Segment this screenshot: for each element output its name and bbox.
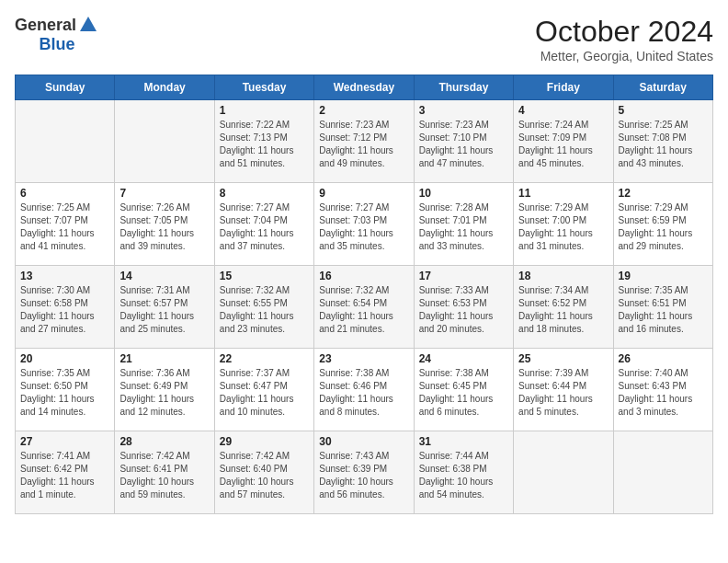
day-number: 28 bbox=[119, 435, 209, 448]
day-info: Sunrise: 7:35 AM Sunset: 6:50 PM Dayligh… bbox=[20, 367, 109, 419]
calendar-cell bbox=[115, 100, 214, 183]
day-number: 27 bbox=[20, 435, 109, 448]
day-number: 10 bbox=[419, 187, 508, 200]
calendar-week-1: 6Sunrise: 7:25 AM Sunset: 7:07 PM Daylig… bbox=[16, 183, 713, 266]
calendar-cell: 14Sunrise: 7:31 AM Sunset: 6:57 PM Dayli… bbox=[115, 266, 214, 349]
day-info: Sunrise: 7:38 AM Sunset: 6:45 PM Dayligh… bbox=[419, 367, 508, 419]
day-info: Sunrise: 7:32 AM Sunset: 6:54 PM Dayligh… bbox=[319, 284, 408, 336]
calendar-cell: 6Sunrise: 7:25 AM Sunset: 7:07 PM Daylig… bbox=[16, 183, 115, 266]
title-area: October 2024 Metter, Georgia, United Sta… bbox=[535, 15, 713, 63]
calendar-cell: 4Sunrise: 7:24 AM Sunset: 7:09 PM Daylig… bbox=[514, 100, 613, 183]
day-header-wednesday: Wednesday bbox=[314, 75, 414, 100]
day-info: Sunrise: 7:27 AM Sunset: 7:04 PM Dayligh… bbox=[220, 201, 309, 253]
day-number: 30 bbox=[319, 435, 408, 448]
logo-blue: Blue bbox=[40, 35, 75, 53]
calendar-cell: 20Sunrise: 7:35 AM Sunset: 6:50 PM Dayli… bbox=[16, 349, 115, 431]
calendar-week-2: 13Sunrise: 7:30 AM Sunset: 6:58 PM Dayli… bbox=[16, 266, 713, 349]
day-info: Sunrise: 7:23 AM Sunset: 7:12 PM Dayligh… bbox=[319, 119, 408, 170]
day-info: Sunrise: 7:25 AM Sunset: 7:08 PM Dayligh… bbox=[619, 119, 708, 170]
day-header-monday: Monday bbox=[115, 75, 214, 100]
calendar-cell bbox=[16, 100, 115, 183]
day-info: Sunrise: 7:29 AM Sunset: 7:00 PM Dayligh… bbox=[518, 201, 608, 253]
calendar-cell: 28Sunrise: 7:42 AM Sunset: 6:41 PM Dayli… bbox=[115, 431, 214, 514]
calendar-cell: 30Sunrise: 7:43 AM Sunset: 6:39 PM Dayli… bbox=[314, 431, 414, 514]
calendar-week-4: 27Sunrise: 7:41 AM Sunset: 6:42 PM Dayli… bbox=[16, 431, 713, 514]
day-number: 26 bbox=[619, 352, 708, 365]
calendar-cell: 1Sunrise: 7:22 AM Sunset: 7:13 PM Daylig… bbox=[214, 100, 313, 183]
day-number: 15 bbox=[220, 270, 309, 282]
calendar-cell: 3Sunrise: 7:23 AM Sunset: 7:10 PM Daylig… bbox=[414, 100, 513, 183]
calendar-cell: 15Sunrise: 7:32 AM Sunset: 6:55 PM Dayli… bbox=[214, 266, 313, 349]
calendar-cell: 5Sunrise: 7:25 AM Sunset: 7:08 PM Daylig… bbox=[613, 100, 712, 183]
header: General Blue October 2024 Metter, Georgi… bbox=[15, 15, 713, 63]
day-number: 23 bbox=[319, 352, 408, 365]
day-number: 12 bbox=[619, 187, 708, 200]
day-info: Sunrise: 7:38 AM Sunset: 6:46 PM Dayligh… bbox=[319, 367, 408, 419]
calendar-cell: 13Sunrise: 7:30 AM Sunset: 6:58 PM Dayli… bbox=[16, 266, 115, 349]
day-info: Sunrise: 7:24 AM Sunset: 7:09 PM Dayligh… bbox=[518, 119, 608, 170]
calendar-cell: 24Sunrise: 7:38 AM Sunset: 6:45 PM Dayli… bbox=[414, 349, 513, 431]
location-title: Metter, Georgia, United States bbox=[535, 49, 713, 63]
month-title: October 2024 bbox=[535, 15, 713, 49]
calendar-cell: 16Sunrise: 7:32 AM Sunset: 6:54 PM Dayli… bbox=[314, 266, 414, 349]
calendar-cell: 10Sunrise: 7:28 AM Sunset: 7:01 PM Dayli… bbox=[414, 183, 513, 266]
calendar-cell: 27Sunrise: 7:41 AM Sunset: 6:42 PM Dayli… bbox=[16, 431, 115, 514]
day-number: 18 bbox=[518, 270, 608, 282]
day-number: 31 bbox=[419, 435, 508, 448]
calendar-week-0: 1Sunrise: 7:22 AM Sunset: 7:13 PM Daylig… bbox=[16, 100, 713, 183]
calendar-week-3: 20Sunrise: 7:35 AM Sunset: 6:50 PM Dayli… bbox=[16, 349, 713, 431]
logo: General Blue bbox=[15, 15, 99, 54]
day-header-saturday: Saturday bbox=[613, 75, 712, 100]
day-header-tuesday: Tuesday bbox=[214, 75, 313, 100]
day-info: Sunrise: 7:43 AM Sunset: 6:39 PM Dayligh… bbox=[319, 450, 408, 501]
calendar-cell bbox=[613, 431, 712, 514]
calendar-cell: 9Sunrise: 7:27 AM Sunset: 7:03 PM Daylig… bbox=[314, 183, 414, 266]
calendar-cell: 17Sunrise: 7:33 AM Sunset: 6:53 PM Dayli… bbox=[414, 266, 513, 349]
calendar-cell: 19Sunrise: 7:35 AM Sunset: 6:51 PM Dayli… bbox=[613, 266, 712, 349]
calendar-cell: 11Sunrise: 7:29 AM Sunset: 7:00 PM Dayli… bbox=[514, 183, 613, 266]
calendar-body: 1Sunrise: 7:22 AM Sunset: 7:13 PM Daylig… bbox=[16, 100, 713, 514]
day-info: Sunrise: 7:41 AM Sunset: 6:42 PM Dayligh… bbox=[20, 450, 109, 501]
day-info: Sunrise: 7:36 AM Sunset: 6:49 PM Dayligh… bbox=[119, 367, 209, 419]
day-info: Sunrise: 7:32 AM Sunset: 6:55 PM Dayligh… bbox=[220, 284, 309, 336]
day-number: 6 bbox=[20, 187, 109, 200]
day-number: 9 bbox=[319, 187, 408, 200]
day-number: 7 bbox=[119, 187, 209, 200]
calendar-table: SundayMondayTuesdayWednesdayThursdayFrid… bbox=[15, 75, 713, 514]
svg-marker-0 bbox=[80, 17, 97, 31]
calendar-header-row: SundayMondayTuesdayWednesdayThursdayFrid… bbox=[16, 75, 713, 100]
calendar-cell bbox=[514, 431, 613, 514]
calendar-cell: 21Sunrise: 7:36 AM Sunset: 6:49 PM Dayli… bbox=[115, 349, 214, 431]
day-number: 11 bbox=[518, 187, 608, 200]
calendar-cell: 7Sunrise: 7:26 AM Sunset: 7:05 PM Daylig… bbox=[115, 183, 214, 266]
day-info: Sunrise: 7:35 AM Sunset: 6:51 PM Dayligh… bbox=[619, 284, 708, 336]
calendar-cell: 31Sunrise: 7:44 AM Sunset: 6:38 PM Dayli… bbox=[414, 431, 513, 514]
day-info: Sunrise: 7:34 AM Sunset: 6:52 PM Dayligh… bbox=[518, 284, 608, 336]
calendar-cell: 23Sunrise: 7:38 AM Sunset: 6:46 PM Dayli… bbox=[314, 349, 414, 431]
day-info: Sunrise: 7:37 AM Sunset: 6:47 PM Dayligh… bbox=[220, 367, 309, 419]
day-number: 3 bbox=[419, 104, 508, 117]
day-number: 29 bbox=[220, 435, 309, 448]
day-number: 8 bbox=[220, 187, 309, 200]
day-number: 16 bbox=[319, 270, 408, 282]
day-info: Sunrise: 7:44 AM Sunset: 6:38 PM Dayligh… bbox=[419, 450, 508, 501]
day-number: 25 bbox=[518, 352, 608, 365]
day-info: Sunrise: 7:28 AM Sunset: 7:01 PM Dayligh… bbox=[419, 201, 508, 253]
calendar-cell: 8Sunrise: 7:27 AM Sunset: 7:04 PM Daylig… bbox=[214, 183, 313, 266]
day-info: Sunrise: 7:42 AM Sunset: 6:40 PM Dayligh… bbox=[220, 450, 309, 501]
day-number: 19 bbox=[619, 270, 708, 282]
day-number: 2 bbox=[319, 104, 408, 117]
day-info: Sunrise: 7:31 AM Sunset: 6:57 PM Dayligh… bbox=[119, 284, 209, 336]
calendar-cell: 29Sunrise: 7:42 AM Sunset: 6:40 PM Dayli… bbox=[214, 431, 313, 514]
day-info: Sunrise: 7:25 AM Sunset: 7:07 PM Dayligh… bbox=[20, 201, 109, 253]
day-info: Sunrise: 7:27 AM Sunset: 7:03 PM Dayligh… bbox=[319, 201, 408, 253]
day-number: 13 bbox=[20, 270, 109, 282]
calendar-cell: 12Sunrise: 7:29 AM Sunset: 6:59 PM Dayli… bbox=[613, 183, 712, 266]
calendar-cell: 25Sunrise: 7:39 AM Sunset: 6:44 PM Dayli… bbox=[514, 349, 613, 431]
calendar-cell: 2Sunrise: 7:23 AM Sunset: 7:12 PM Daylig… bbox=[314, 100, 414, 183]
day-number: 4 bbox=[518, 104, 608, 117]
day-info: Sunrise: 7:29 AM Sunset: 6:59 PM Dayligh… bbox=[619, 201, 708, 253]
day-info: Sunrise: 7:30 AM Sunset: 6:58 PM Dayligh… bbox=[20, 284, 109, 336]
day-info: Sunrise: 7:40 AM Sunset: 6:43 PM Dayligh… bbox=[619, 367, 708, 419]
day-number: 17 bbox=[419, 270, 508, 282]
